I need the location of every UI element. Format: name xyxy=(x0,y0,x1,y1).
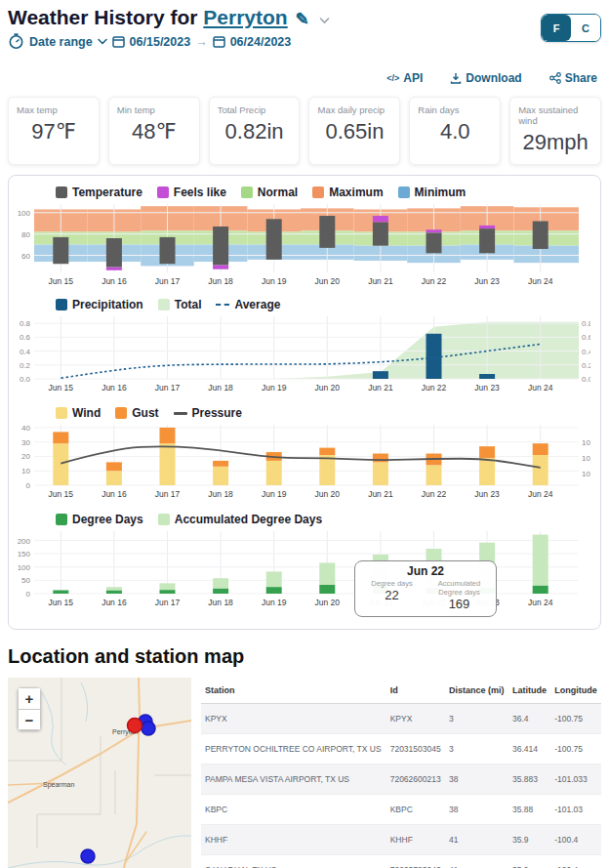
table-row: PAMPA MESA VISTA AIRPORT, TX US720626002… xyxy=(201,765,601,795)
legend-item-pressure[interactable]: Pressure xyxy=(174,406,242,420)
svg-text:Jun 19: Jun 19 xyxy=(262,383,287,393)
tooltip-label-accumulated: Accumulated Degree days xyxy=(428,579,490,597)
station-map[interactable]: PerrytonSpearman + − Leaflet | © OpenStr… xyxy=(8,678,191,868)
legend-item-maximum[interactable]: Maximum xyxy=(312,186,383,199)
svg-text:Jun 17: Jun 17 xyxy=(155,383,181,393)
zoom-in-button[interactable]: + xyxy=(18,687,41,709)
geo-section: PerrytonSpearman + − Leaflet | © OpenStr… xyxy=(8,678,601,868)
zoom-out-button[interactable]: − xyxy=(18,709,41,730)
table-cell: KHHF xyxy=(201,825,386,855)
precipitation-legend: PrecipitationTotalAverage xyxy=(56,298,594,311)
svg-text:Jun 24: Jun 24 xyxy=(528,276,553,286)
column-header-distance-mi-[interactable]: Distance (mi) xyxy=(445,678,508,704)
temperature-legend: TemperatureFeels likeNormalMaximumMinimu… xyxy=(56,186,594,199)
legend-swatch xyxy=(174,412,187,415)
legend-item-normal[interactable]: Normal xyxy=(241,186,298,199)
table-cell: 3 xyxy=(445,734,508,765)
share-link[interactable]: Share xyxy=(549,71,597,85)
legend-item-feels-like[interactable]: Feels like xyxy=(157,186,226,199)
stat-card: Max daily precip0.65in xyxy=(308,97,400,165)
column-header-longitude[interactable]: Longitude xyxy=(550,678,601,704)
table-cell: 35.9 xyxy=(508,825,550,855)
table-row: KHHFKHHF4135.9-100.4 xyxy=(201,825,601,855)
legend-item-total[interactable]: Total xyxy=(158,298,202,311)
start-date[interactable]: 06/15/2023 xyxy=(130,35,191,49)
stat-label: Max daily precip xyxy=(317,104,391,115)
column-header-station[interactable]: Station xyxy=(201,678,386,704)
svg-text:Jun 18: Jun 18 xyxy=(208,489,233,499)
legend-item-gust[interactable]: Gust xyxy=(115,406,158,420)
degree-days-plot[interactable]: 050100150200Jun 15Jun 16Jun 17Jun 18Jun … xyxy=(15,527,590,617)
download-link[interactable]: Download xyxy=(450,71,521,85)
celsius-button[interactable]: C xyxy=(571,15,600,41)
chevron-down-icon[interactable] xyxy=(98,38,107,45)
page-title-text: Weather History for xyxy=(8,6,198,28)
table-cell: 3 xyxy=(445,704,508,734)
stats-row: Max temp97℉Min temp48℉Total Precip0.82in… xyxy=(8,97,601,165)
svg-text:0.8: 0.8 xyxy=(20,319,31,328)
temperature-plot[interactable]: 6080100Jun 15Jun 16Jun 17Jun 18Jun 19Jun… xyxy=(15,200,590,290)
svg-text:0.2: 0.2 xyxy=(20,361,31,370)
station-marker-blue[interactable] xyxy=(142,722,155,735)
table-cell: KBPC xyxy=(201,795,386,825)
legend-item-degree-days[interactable]: Degree Days xyxy=(56,513,143,526)
download-icon xyxy=(450,72,462,84)
svg-text:150: 150 xyxy=(18,550,31,558)
legend-label: Accumulated Degree Days xyxy=(175,513,322,526)
legend-label: Temperature xyxy=(72,186,142,199)
table-cell: 35.883 xyxy=(508,765,550,795)
legend-swatch xyxy=(312,186,324,198)
legend-item-minimum[interactable]: Minimum xyxy=(398,186,467,199)
legend-label: Wind xyxy=(72,406,101,420)
station-table-container: StationIdDistance (mi)LatitudeLongitude … xyxy=(201,678,601,868)
column-header-latitude[interactable]: Latitude xyxy=(508,678,550,704)
table-cell: 41 xyxy=(445,855,508,868)
legend-item-temperature[interactable]: Temperature xyxy=(56,186,142,199)
legend-swatch xyxy=(216,304,229,306)
end-date[interactable]: 06/24/2023 xyxy=(230,35,292,49)
table-cell: CANADIAN, TX US xyxy=(201,855,386,868)
svg-text:60: 60 xyxy=(21,252,30,261)
legend-item-wind[interactable]: Wind xyxy=(56,406,101,420)
column-header-id[interactable]: Id xyxy=(386,678,445,704)
svg-text:0.0: 0.0 xyxy=(582,375,590,384)
stat-label: Rain days xyxy=(418,104,492,115)
svg-text:Jun 20: Jun 20 xyxy=(315,276,341,286)
svg-text:1005: 1005 xyxy=(582,470,590,478)
station-marker-blue[interactable] xyxy=(81,849,95,863)
legend-label: Precipitation xyxy=(72,298,143,311)
table-row: CANADIAN, TX US722637930464135.9-100.4 xyxy=(201,855,601,868)
svg-text:Jun 17: Jun 17 xyxy=(155,489,181,499)
svg-text:10: 10 xyxy=(21,467,30,475)
precipitation-chart: PrecipitationTotalAverage 0.00.20.40.60.… xyxy=(15,298,594,402)
stat-value: 97℉ xyxy=(17,119,91,145)
location-link[interactable]: Perryton xyxy=(203,6,287,28)
svg-text:40: 40 xyxy=(21,424,30,433)
page-title: Weather History for Perryton ✎ xyxy=(8,6,330,29)
stat-card: Rain days4.0 xyxy=(409,97,501,165)
chart-tooltip: Jun 22 Degree days 22 Accumulated Degree… xyxy=(354,560,497,617)
legend-item-average[interactable]: Average xyxy=(216,298,280,311)
legend-label: Maximum xyxy=(329,186,383,199)
svg-text:Jun 15: Jun 15 xyxy=(49,276,74,286)
svg-text:Jun 17: Jun 17 xyxy=(155,276,181,286)
temperature-chart: TemperatureFeels likeNormalMaximumMinimu… xyxy=(15,186,594,294)
svg-text:0.8: 0.8 xyxy=(582,319,590,328)
api-link[interactable]: </> API xyxy=(386,71,423,85)
legend-item-precipitation[interactable]: Precipitation xyxy=(56,298,143,311)
precipitation-plot[interactable]: 0.00.20.40.60.80.00.20.40.60.8Jun 15Jun … xyxy=(15,312,590,398)
legend-swatch xyxy=(115,407,127,419)
date-range-label[interactable]: Date range xyxy=(29,35,93,49)
svg-text:Jun 15: Jun 15 xyxy=(49,489,74,499)
svg-text:Jun 23: Jun 23 xyxy=(474,383,500,393)
wind-plot[interactable]: 010203040100510101015Jun 15Jun 16Jun 17J… xyxy=(15,421,590,505)
svg-text:Jun 15: Jun 15 xyxy=(49,598,74,607)
stopwatch-icon xyxy=(8,33,24,50)
legend-item-accumulated-degree-days[interactable]: Accumulated Degree Days xyxy=(158,513,322,526)
fahrenheit-button[interactable]: F xyxy=(542,15,571,41)
edit-location-icon[interactable]: ✎ xyxy=(296,10,309,28)
location-marker-red[interactable] xyxy=(128,719,142,733)
station-table: StationIdDistance (mi)LatitudeLongitude … xyxy=(201,678,601,868)
tooltip-value-accumulated: 169 xyxy=(428,597,490,611)
chevron-down-icon[interactable] xyxy=(319,6,330,29)
